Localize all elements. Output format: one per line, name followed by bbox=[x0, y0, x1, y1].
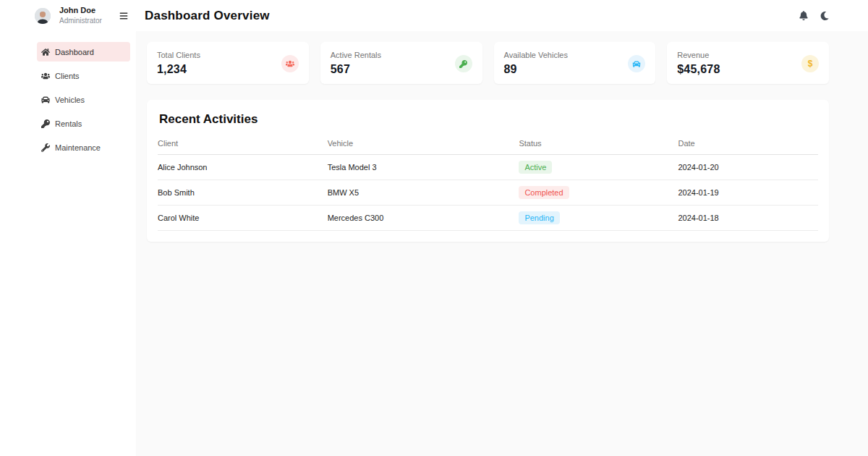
topbar-right-section bbox=[799, 11, 868, 20]
stat-icon-circle bbox=[281, 55, 299, 72]
cell-client: Carol White bbox=[158, 206, 328, 231]
car-icon bbox=[632, 60, 641, 68]
avatar bbox=[35, 8, 51, 24]
sidebar-item-label: Vehicles bbox=[55, 96, 85, 104]
cell-date: 2024-01-18 bbox=[678, 206, 818, 231]
users-icon bbox=[41, 72, 50, 80]
topbar-left-section: John Doe Administrator bbox=[0, 6, 136, 25]
stat-value: 89 bbox=[504, 63, 568, 76]
cell-date: 2024-01-20 bbox=[678, 155, 818, 180]
table-row: Carol White Mercedes C300 Pending 2024-0… bbox=[158, 206, 818, 231]
column-header-vehicle: Vehicle bbox=[328, 135, 519, 155]
dark-mode-toggle-button[interactable] bbox=[820, 12, 829, 20]
car-icon bbox=[41, 96, 50, 104]
stat-icon-circle bbox=[455, 55, 472, 72]
stat-card-available-vehicles: Available Vehicles 89 bbox=[494, 42, 656, 84]
stat-card-total-clients: Total Clients 1,234 bbox=[147, 42, 309, 84]
cell-client: Alice Johnson bbox=[158, 155, 328, 180]
cell-date: 2024-01-19 bbox=[678, 180, 818, 206]
sidebar-item-rentals[interactable]: Rentals bbox=[37, 114, 130, 133]
user-meta: John Doe Administrator bbox=[59, 6, 102, 25]
table-row: Alice Johnson Tesla Model 3 Active 2024-… bbox=[158, 155, 818, 180]
stat-card-active-rentals: Active Rentals 567 bbox=[320, 42, 482, 84]
home-icon bbox=[41, 48, 50, 56]
cell-vehicle: Mercedes C300 bbox=[328, 206, 519, 231]
dollar-icon: $ bbox=[808, 59, 813, 69]
bars-icon bbox=[119, 12, 128, 20]
stat-label: Total Clients bbox=[157, 51, 200, 59]
recent-activities-title: Recent Activities bbox=[159, 112, 818, 127]
key-icon bbox=[459, 60, 467, 68]
status-badge: Pending bbox=[519, 211, 559, 224]
cell-vehicle: Tesla Model 3 bbox=[328, 155, 519, 180]
top-navbar: John Doe Administrator Dashboard Overvie… bbox=[0, 0, 868, 31]
stat-label: Available Vehicles bbox=[504, 51, 568, 59]
cell-vehicle: BMW X5 bbox=[328, 180, 519, 206]
column-header-date: Date bbox=[678, 135, 818, 155]
recent-activities-table: Client Vehicle Status Date Alice Johnson… bbox=[158, 135, 818, 231]
user-profile[interactable]: John Doe Administrator bbox=[35, 6, 102, 25]
sidebar-item-maintenance[interactable]: Maintenance bbox=[37, 138, 130, 157]
stat-value: 1,234 bbox=[157, 63, 200, 76]
stat-value: $45,678 bbox=[677, 63, 720, 76]
notifications-button[interactable] bbox=[799, 11, 808, 20]
status-badge: Active bbox=[519, 161, 552, 174]
wrench-icon bbox=[41, 143, 50, 152]
table-header-row: Client Vehicle Status Date bbox=[158, 135, 818, 155]
sidebar-item-label: Dashboard bbox=[55, 48, 94, 56]
users-icon bbox=[286, 60, 294, 67]
main-content: Total Clients 1,234 Active Rentals 567 A… bbox=[136, 31, 868, 263]
stat-value: 567 bbox=[331, 63, 381, 76]
user-role: Administrator bbox=[59, 17, 102, 25]
sidebar-item-label: Clients bbox=[55, 72, 80, 80]
sidebar: Dashboard Clients Vehicles Rentals Maint… bbox=[0, 31, 136, 456]
stat-card-revenue: Revenue $45,678 $ bbox=[667, 42, 829, 84]
stat-icon-circle: $ bbox=[801, 55, 819, 72]
stats-row: Total Clients 1,234 Active Rentals 567 A… bbox=[147, 42, 829, 84]
recent-activities-card: Recent Activities Client Vehicle Status … bbox=[147, 100, 829, 242]
stat-label: Active Rentals bbox=[331, 51, 381, 59]
sidebar-toggle-button[interactable] bbox=[118, 10, 129, 22]
sidebar-item-vehicles[interactable]: Vehicles bbox=[37, 90, 130, 109]
stat-icon-circle bbox=[628, 55, 645, 72]
page-title: Dashboard Overview bbox=[145, 9, 270, 23]
cell-client: Bob Smith bbox=[158, 180, 328, 206]
moon-icon bbox=[820, 12, 829, 20]
column-header-status: Status bbox=[519, 135, 678, 155]
sidebar-item-label: Maintenance bbox=[55, 143, 101, 152]
user-name: John Doe bbox=[59, 6, 102, 15]
bell-icon bbox=[799, 11, 808, 20]
sidebar-item-label: Rentals bbox=[55, 119, 82, 128]
column-header-client: Client bbox=[158, 135, 328, 155]
sidebar-item-clients[interactable]: Clients bbox=[37, 66, 130, 85]
sidebar-item-dashboard[interactable]: Dashboard bbox=[37, 42, 130, 62]
table-row: Bob Smith BMW X5 Completed 2024-01-19 bbox=[158, 180, 818, 206]
stat-label: Revenue bbox=[677, 51, 720, 59]
status-badge: Completed bbox=[519, 186, 569, 199]
key-icon bbox=[41, 119, 50, 128]
